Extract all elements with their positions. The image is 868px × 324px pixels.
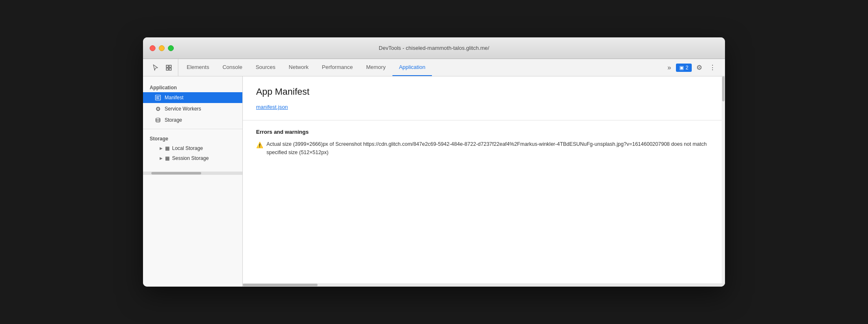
badge-count: 2 (686, 65, 688, 71)
service-workers-icon: ⚙ (155, 106, 161, 112)
toolbar-left-icons (146, 59, 178, 76)
badge-icon: ▣ (679, 65, 684, 71)
main-panel: App Manifest manifest.json Errors and wa… (243, 76, 725, 283)
local-storage-label: Local Storage (172, 145, 203, 151)
svg-rect-2 (166, 68, 168, 70)
tab-sources[interactable]: Sources (249, 59, 282, 76)
svg-point-8 (156, 118, 160, 120)
settings-button[interactable]: ⚙ (693, 62, 705, 74)
svg-rect-6 (156, 98, 159, 98)
traffic-lights (150, 45, 174, 51)
sidebar: Application Manifest ⚙ Service Workers (143, 76, 243, 287)
storage-icon (155, 117, 161, 123)
tab-performance[interactable]: Performance (315, 59, 359, 76)
minimize-button[interactable] (159, 45, 165, 51)
svg-rect-3 (169, 68, 171, 70)
tab-elements[interactable]: Elements (180, 59, 216, 76)
svg-rect-7 (156, 98, 159, 99)
manifest-link[interactable]: manifest.json (256, 104, 712, 110)
messages-badge-button[interactable]: ▣ 2 (676, 64, 692, 72)
svg-rect-0 (166, 65, 168, 67)
bottom-scrollbar[interactable] (243, 283, 725, 287)
application-section-label: Application (143, 81, 242, 92)
expand-arrow-session-icon: ▶ (160, 156, 163, 160)
local-storage-icon: ▦ (165, 145, 170, 151)
right-scrollbar-thumb (722, 76, 725, 101)
main-content: Application Manifest ⚙ Service Workers (143, 76, 725, 287)
more-options-button[interactable]: ⋮ (707, 62, 718, 74)
session-storage-label: Session Storage (172, 155, 209, 161)
toolbar-right: » ▣ 2 ⚙ ⋮ (661, 59, 722, 76)
storage-section-label: Storage (143, 133, 242, 143)
devtools-window: DevTools - chiseled-mammoth-talos.glitch… (143, 37, 725, 287)
window-title: DevTools - chiseled-mammoth-talos.glitch… (379, 45, 489, 51)
main-panel-inner: App Manifest manifest.json Errors and wa… (243, 76, 725, 283)
manifest-icon (155, 95, 161, 101)
more-tabs-button[interactable]: » (664, 59, 674, 76)
sidebar-item-session-storage[interactable]: ▶ ▦ Session Storage (143, 153, 242, 163)
svg-rect-1 (169, 65, 171, 67)
tab-memory[interactable]: Memory (360, 59, 392, 76)
sidebar-item-manifest[interactable]: Manifest (143, 92, 242, 103)
session-storage-icon: ▦ (165, 155, 170, 161)
warning-icon: ⚠️ (256, 140, 263, 150)
storage-label: Storage (165, 117, 182, 123)
svg-rect-5 (156, 96, 160, 97)
warning-item: ⚠️ Actual size (3999×2666)px of Screensh… (256, 140, 712, 157)
panel-title: App Manifest (256, 86, 712, 97)
manifest-label: Manifest (165, 95, 183, 101)
panel-divider (243, 120, 725, 120)
expand-arrow-icon: ▶ (160, 146, 163, 150)
close-button[interactable] (150, 45, 155, 51)
warning-text: Actual size (3999×2666)px of Screenshot … (266, 140, 712, 157)
titlebar: DevTools - chiseled-mammoth-talos.glitch… (143, 37, 725, 59)
service-workers-label: Service Workers (165, 106, 201, 112)
main-panel-wrapper: App Manifest manifest.json Errors and wa… (243, 76, 725, 287)
tab-console[interactable]: Console (216, 59, 249, 76)
sidebar-item-storage[interactable]: Storage (143, 115, 242, 125)
cursor-icon[interactable] (150, 62, 161, 74)
tab-application[interactable]: Application (392, 59, 432, 76)
tab-network[interactable]: Network (282, 59, 316, 76)
devtools-toolbar: Elements Console Sources Network Perform… (143, 59, 725, 76)
errors-section-title: Errors and warnings (256, 129, 712, 135)
sidebar-item-local-storage[interactable]: ▶ ▦ Local Storage (143, 143, 242, 153)
right-scrollbar[interactable] (722, 76, 725, 283)
sidebar-divider (143, 129, 242, 129)
maximize-button[interactable] (168, 45, 174, 51)
inspect-icon[interactable] (163, 62, 175, 74)
sidebar-item-service-workers[interactable]: ⚙ Service Workers (143, 103, 242, 115)
tab-list: Elements Console Sources Network Perform… (180, 59, 661, 76)
